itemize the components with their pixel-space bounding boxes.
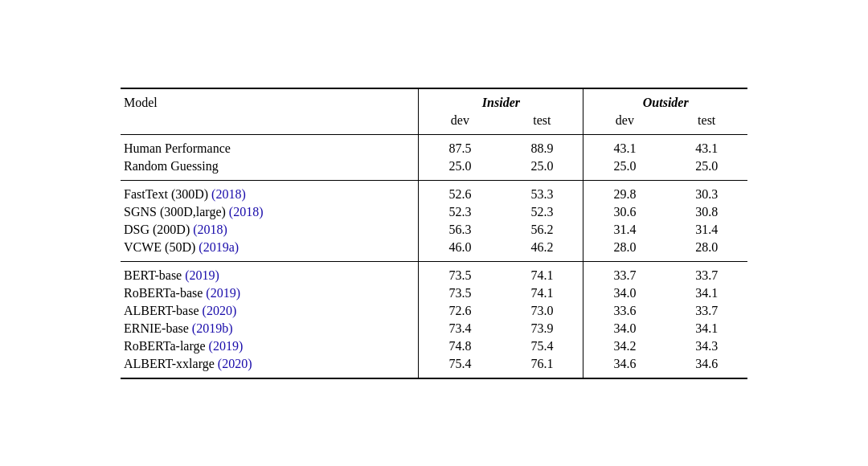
outsider-test-header: test [665, 112, 747, 135]
citation: (2019) [206, 339, 244, 353]
citation: (2019a) [195, 240, 239, 254]
table-row: RoBERTa-large (2019)74.875.434.234.3 [121, 337, 747, 355]
insider-test-cell: 56.2 [501, 221, 583, 239]
outsider-test-cell: 34.1 [665, 284, 747, 302]
outsider-dev-cell: 34.2 [583, 337, 666, 355]
insider-test-cell: 52.3 [501, 203, 583, 221]
citation: (2018) [226, 205, 264, 219]
insider-dev-cell: 73.5 [419, 261, 502, 284]
citation: (2019) [203, 286, 240, 300]
outsider-test-cell: 33.7 [665, 302, 747, 320]
insider-test-header: test [501, 112, 583, 135]
results-table: Model Insider Outsider dev test dev test… [121, 88, 747, 379]
citation: (2018) [208, 187, 246, 201]
outsider-dev-cell: 34.6 [583, 355, 666, 378]
table-container: Model Insider Outsider dev test dev test… [121, 72, 747, 395]
model-cell: Random Guessing [121, 157, 419, 181]
outsider-dev-cell: 28.0 [583, 239, 666, 262]
insider-dev-cell: 72.6 [419, 302, 502, 320]
model-cell: BERT-base (2019) [121, 261, 419, 284]
table-row: FastText (300D) (2018)52.653.329.830.3 [121, 180, 747, 203]
insider-test-cell: 46.2 [501, 239, 583, 262]
table-row: VCWE (50D) (2019a)46.046.228.028.0 [121, 239, 747, 262]
model-cell: Human Performance [121, 134, 419, 157]
table-row: Human Performance87.588.943.143.1 [121, 134, 747, 157]
model-subheader [121, 112, 419, 135]
group-header-row: Model Insider Outsider [121, 88, 747, 112]
insider-dev-cell: 52.3 [419, 203, 502, 221]
outsider-test-cell: 25.0 [665, 157, 747, 181]
model-cell: FastText (300D) (2018) [121, 180, 419, 203]
model-cell: DSG (200D) (2018) [121, 221, 419, 239]
model-cell: RoBERTa-large (2019) [121, 337, 419, 355]
insider-dev-cell: 73.4 [419, 320, 502, 337]
model-cell: RoBERTa-base (2019) [121, 284, 419, 302]
insider-dev-cell: 56.3 [419, 221, 502, 239]
table-row: ALBERT-base (2020)72.673.033.633.7 [121, 302, 747, 320]
citation: (2019) [182, 268, 219, 282]
outsider-dev-cell: 34.0 [583, 320, 666, 337]
outsider-test-cell: 31.4 [665, 221, 747, 239]
sub-header-row: dev test dev test [121, 112, 747, 135]
outsider-test-cell: 28.0 [665, 239, 747, 262]
model-cell: SGNS (300D,large) (2018) [121, 203, 419, 221]
model-header: Model [121, 88, 419, 112]
model-cell: VCWE (50D) (2019a) [121, 239, 419, 262]
insider-test-cell: 73.9 [501, 320, 583, 337]
insider-test-cell: 25.0 [501, 157, 583, 181]
insider-dev-cell: 74.8 [419, 337, 502, 355]
insider-test-cell: 76.1 [501, 355, 583, 378]
outsider-header: Outsider [583, 88, 747, 112]
table-row: BERT-base (2019)73.574.133.733.7 [121, 261, 747, 284]
outsider-test-cell: 30.8 [665, 203, 747, 221]
insider-header: Insider [419, 88, 583, 112]
citation: (2018) [190, 223, 227, 236]
outsider-test-cell: 34.1 [665, 320, 747, 337]
insider-dev-cell: 87.5 [419, 134, 502, 157]
insider-test-cell: 88.9 [501, 134, 583, 157]
insider-dev-cell: 73.5 [419, 284, 502, 302]
table-row: ALBERT-xxlarge (2020)75.476.134.634.6 [121, 355, 747, 378]
table-row: RoBERTa-base (2019)73.574.134.034.1 [121, 284, 747, 302]
insider-dev-cell: 75.4 [419, 355, 502, 378]
citation: (2020) [215, 357, 252, 370]
outsider-dev-header: dev [583, 112, 666, 135]
outsider-test-cell: 43.1 [665, 134, 747, 157]
insider-test-cell: 75.4 [501, 337, 583, 355]
outsider-dev-cell: 34.0 [583, 284, 666, 302]
outsider-dev-cell: 31.4 [583, 221, 666, 239]
table-row: SGNS (300D,large) (2018)52.352.330.630.8 [121, 203, 747, 221]
table-row: DSG (200D) (2018)56.356.231.431.4 [121, 221, 747, 239]
insider-test-cell: 53.3 [501, 180, 583, 203]
outsider-dev-cell: 30.6 [583, 203, 666, 221]
insider-test-cell: 74.1 [501, 284, 583, 302]
model-cell: ERNIE-base (2019b) [121, 320, 419, 337]
insider-test-cell: 74.1 [501, 261, 583, 284]
citation: (2019b) [189, 321, 233, 335]
insider-dev-cell: 46.0 [419, 239, 502, 262]
table-row: ERNIE-base (2019b)73.473.934.034.1 [121, 320, 747, 337]
table-row: Random Guessing25.025.025.025.0 [121, 157, 747, 181]
outsider-dev-cell: 25.0 [583, 157, 666, 181]
insider-dev-header: dev [419, 112, 502, 135]
outsider-dev-cell: 33.7 [583, 261, 666, 284]
citation: (2020) [199, 304, 237, 317]
insider-test-cell: 73.0 [501, 302, 583, 320]
insider-dev-cell: 25.0 [419, 157, 502, 181]
model-cell: ALBERT-xxlarge (2020) [121, 355, 419, 378]
model-cell: ALBERT-base (2020) [121, 302, 419, 320]
outsider-dev-cell: 33.6 [583, 302, 666, 320]
outsider-dev-cell: 29.8 [583, 180, 666, 203]
outsider-test-cell: 34.6 [665, 355, 747, 378]
outsider-test-cell: 34.3 [665, 337, 747, 355]
outsider-test-cell: 30.3 [665, 180, 747, 203]
outsider-test-cell: 33.7 [665, 261, 747, 284]
insider-dev-cell: 52.6 [419, 180, 502, 203]
outsider-dev-cell: 43.1 [583, 134, 666, 157]
